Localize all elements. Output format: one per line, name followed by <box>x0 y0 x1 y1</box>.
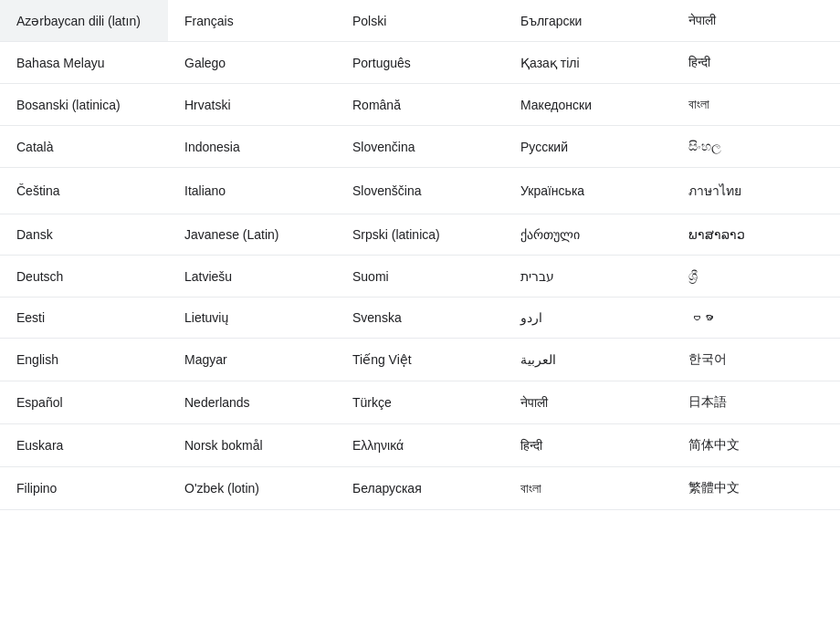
language-cell[interactable]: Polski <box>336 0 504 42</box>
language-label: اردو <box>520 310 542 325</box>
language-cell[interactable]: Javanese (Latin) <box>168 214 336 256</box>
language-label: සිංහල <box>688 139 721 153</box>
language-cell[interactable]: हिन्दी <box>504 424 672 467</box>
table-row: EuskaraNorsk bokmålΕλληνικάहिन्दी简体中文 <box>0 424 840 467</box>
language-label: O'zbek (lotin) <box>184 481 259 496</box>
language-cell[interactable]: नेपाली <box>504 381 672 424</box>
language-cell[interactable]: हिन्दी <box>672 42 840 84</box>
language-cell[interactable]: বাংলা <box>672 84 840 126</box>
language-cell[interactable]: Suomi <box>336 256 504 298</box>
language-cell[interactable]: Slovenčina <box>336 126 504 168</box>
language-cell[interactable]: Español <box>0 381 168 424</box>
language-label: Dansk <box>16 227 53 242</box>
language-cell[interactable]: Bahasa Melayu <box>0 42 168 84</box>
language-cell[interactable]: Azərbaycan dili (latın) <box>0 0 168 42</box>
language-label: हिन्दी <box>520 438 542 453</box>
language-cell[interactable]: English <box>0 339 168 381</box>
language-cell[interactable]: 日本語 <box>672 381 840 424</box>
language-label: नेपाली <box>688 13 716 27</box>
language-cell[interactable]: O'zbek (lotin) <box>168 467 336 510</box>
language-cell[interactable]: Türkçe <box>336 381 504 424</box>
language-label: Italiano <box>184 183 226 198</box>
language-cell[interactable]: Українська <box>504 168 672 214</box>
language-cell[interactable]: Norsk bokmål <box>168 424 336 467</box>
table-row: Bosanski (latinica)HrvatskiRomânăМакедон… <box>0 84 840 126</box>
language-label: ພາສາລາວ <box>688 227 745 242</box>
language-cell[interactable]: ශ්‍රී <box>672 256 840 298</box>
language-label: 简体中文 <box>688 437 740 452</box>
language-label: Magyar <box>184 352 227 367</box>
language-cell[interactable]: Svenska <box>336 298 504 339</box>
language-cell[interactable]: Lietuvių <box>168 298 336 339</box>
language-label: Hrvatski <box>184 98 231 112</box>
language-label: Filipino <box>16 481 57 496</box>
language-label: Suomi <box>352 269 389 284</box>
language-cell[interactable]: Filipino <box>0 467 168 510</box>
language-cell[interactable]: Dansk <box>0 214 168 256</box>
language-label: Srpski (latinica) <box>352 227 440 242</box>
language-cell[interactable]: Български <box>504 0 672 42</box>
language-cell[interactable]: Eesti <box>0 298 168 339</box>
language-cell[interactable]: עברית <box>504 256 672 298</box>
language-cell[interactable]: বাংলা <box>504 467 672 510</box>
language-label: English <box>16 352 58 367</box>
language-label: ශ්‍රී <box>688 268 698 283</box>
language-label: Latviešu <box>184 269 232 284</box>
language-label: Français <box>184 14 234 28</box>
language-cell[interactable]: Srpski (latinica) <box>336 214 504 256</box>
language-cell[interactable]: Tiếng Việt <box>336 339 504 381</box>
language-cell[interactable]: Русский <box>504 126 672 168</box>
language-label: Português <box>352 56 411 70</box>
language-cell[interactable]: 简体中文 <box>672 424 840 467</box>
language-cell[interactable]: Ελληνικά <box>336 424 504 467</box>
language-label: Українська <box>520 183 584 198</box>
table-row: DeutschLatviešuSuomiעבריתශ්‍රී <box>0 256 840 298</box>
language-cell[interactable]: Português <box>336 42 504 84</box>
language-label: Galego <box>184 56 226 70</box>
language-cell[interactable]: Català <box>0 126 168 168</box>
language-cell[interactable]: Čeština <box>0 168 168 214</box>
language-label: ภาษาไทย <box>688 183 741 198</box>
language-label: नेपाली <box>520 395 548 410</box>
language-cell[interactable]: Indonesia <box>168 126 336 168</box>
language-label: Русский <box>520 140 568 154</box>
language-label: العربية <box>520 352 556 367</box>
language-cell[interactable]: اردو <box>504 298 672 339</box>
table-row: FilipinoO'zbek (lotin)Беларускаяবাংলা繁體中… <box>0 467 840 510</box>
language-cell[interactable]: 繁體中文 <box>672 467 840 510</box>
language-cell[interactable]: ພາສາລາວ <box>672 214 840 256</box>
language-label: Български <box>520 14 582 28</box>
language-cell[interactable]: ဗမာ <box>672 298 840 339</box>
language-cell[interactable]: Bosanski (latinica) <box>0 84 168 126</box>
language-label: हिन्दी <box>688 55 710 69</box>
language-label: Slovenčina <box>352 140 415 154</box>
language-label: Română <box>352 98 401 112</box>
language-cell[interactable]: Nederlands <box>168 381 336 424</box>
language-cell[interactable]: Slovenščina <box>336 168 504 214</box>
language-label: Javanese (Latin) <box>184 227 279 242</box>
language-cell[interactable]: Hrvatski <box>168 84 336 126</box>
language-cell[interactable]: Latviešu <box>168 256 336 298</box>
language-cell[interactable]: Română <box>336 84 504 126</box>
language-cell[interactable]: नेपाली <box>672 0 840 42</box>
language-cell[interactable]: ქართული <box>504 214 672 256</box>
language-cell[interactable]: Magyar <box>168 339 336 381</box>
language-label: Беларуская <box>352 481 422 496</box>
table-row: Azərbaycan dili (latın)FrançaisPolskiБъл… <box>0 0 840 42</box>
language-cell[interactable]: Français <box>168 0 336 42</box>
language-cell[interactable]: Galego <box>168 42 336 84</box>
language-cell[interactable]: العربية <box>504 339 672 381</box>
language-cell[interactable]: Italiano <box>168 168 336 214</box>
language-label: ဗမာ <box>688 310 714 325</box>
language-cell[interactable]: Deutsch <box>0 256 168 298</box>
language-label: Polski <box>352 14 386 28</box>
language-cell[interactable]: Euskara <box>0 424 168 467</box>
language-cell[interactable]: Македонски <box>504 84 672 126</box>
language-cell[interactable]: සිංහල <box>672 126 840 168</box>
language-cell[interactable]: Қазақ тілі <box>504 42 672 84</box>
language-cell[interactable]: Беларуская <box>336 467 504 510</box>
language-cell[interactable]: ภาษาไทย <box>672 168 840 214</box>
language-label: 日本語 <box>688 394 727 409</box>
language-label: Azərbaycan dili (latın) <box>16 14 141 28</box>
language-cell[interactable]: 한국어 <box>672 339 840 381</box>
